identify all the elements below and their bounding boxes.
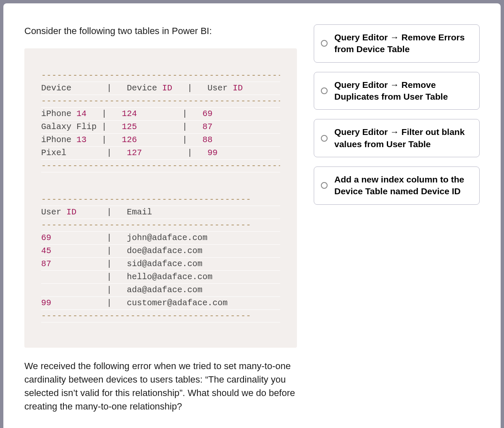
table-divider: ---------------------------------------- <box>41 193 280 206</box>
answer-option-2[interactable]: Query Editor → Filter out blank values f… <box>314 119 480 157</box>
table-row: iPhone 14 | 124 | 69 <box>41 108 280 121</box>
radio-icon <box>321 87 328 94</box>
question-outro: We received the following error when we … <box>24 359 297 413</box>
table-row: Pixel | 127 | 99 <box>41 147 280 160</box>
table-divider: ---------------------------------------- <box>41 219 280 232</box>
question-intro: Consider the following two tables in Pow… <box>24 24 297 38</box>
answer-option-1[interactable]: Query Editor → Remove Duplicates from Us… <box>314 72 480 110</box>
table-header: User ID | Email <box>41 206 280 219</box>
table-row: 87 | sid@adaface.com <box>41 258 280 271</box>
user-table: ----------------------------------------… <box>41 193 280 322</box>
quiz-container: Consider the following two tables in Pow… <box>3 3 501 428</box>
option-label: Query Editor → Remove Duplicates from Us… <box>334 79 470 103</box>
answer-option-3[interactable]: Add a new index column to the Device Tab… <box>314 166 480 205</box>
question-column: Consider the following two tables in Pow… <box>24 24 297 413</box>
table-divider: ----------------------------------------… <box>41 95 280 108</box>
table-divider: ----------------------------------------… <box>41 69 280 82</box>
table-divider: ----------------------------------------… <box>41 160 280 172</box>
table-row: 45 | doe@adaface.com <box>41 245 280 258</box>
table-row: Galaxy Flip | 125 | 87 <box>41 121 280 134</box>
option-label: Add a new index column to the Device Tab… <box>334 174 470 198</box>
radio-icon <box>321 135 328 142</box>
radio-icon <box>321 182 328 189</box>
table-row: | hello@adaface.com <box>41 271 280 284</box>
answer-option-0[interactable]: Query Editor → Remove Errors from Device… <box>314 24 480 63</box>
table-header: Device | Device ID | User ID <box>41 82 280 95</box>
table-row: | ada@adaface.com <box>41 284 280 297</box>
code-block: ----------------------------------------… <box>24 48 297 348</box>
table-row: iPhone 13 | 126 | 88 <box>41 134 280 147</box>
options-column: Query Editor → Remove Errors from Device… <box>314 24 480 413</box>
table-divider: ---------------------------------------- <box>41 310 280 322</box>
option-label: Query Editor → Remove Errors from Device… <box>334 32 470 55</box>
radio-icon <box>321 40 328 47</box>
device-table: ----------------------------------------… <box>41 69 280 172</box>
table-row: 69 | john@adaface.com <box>41 232 280 245</box>
option-label: Query Editor → Filter out blank values f… <box>334 126 470 150</box>
table-row: 99 | customer@adaface.com <box>41 297 280 310</box>
